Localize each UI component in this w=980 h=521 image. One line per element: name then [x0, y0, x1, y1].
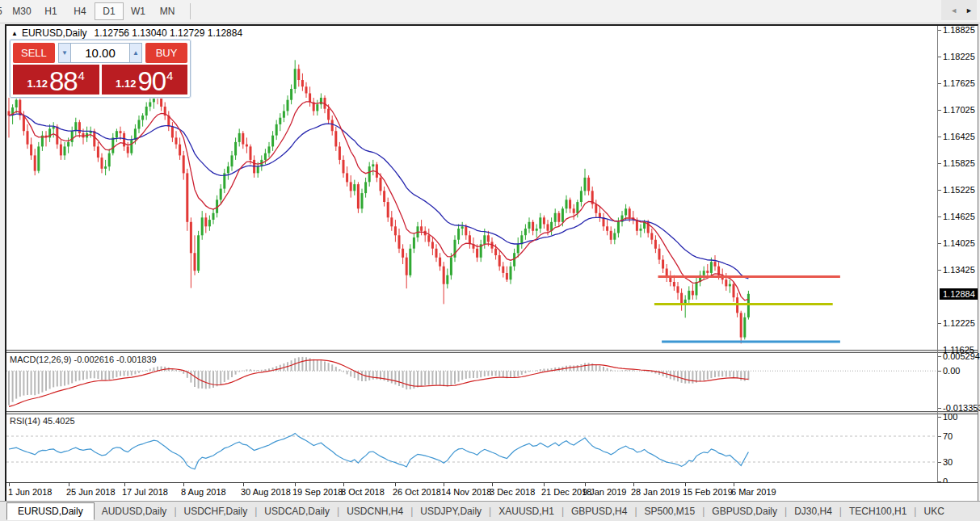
- candle-body: [339, 146, 341, 160]
- candle-body: [613, 233, 616, 240]
- candle-body: [510, 267, 512, 280]
- candle-body: [532, 222, 534, 231]
- date-axis-tick: [734, 483, 734, 486]
- candle-body: [138, 120, 141, 129]
- candle-body: [606, 226, 608, 231]
- date-axis-label: 14 Nov 2018: [441, 487, 491, 497]
- sell-price-display[interactable]: 1.12 88 4: [13, 65, 99, 95]
- sell-price-big-digits: 88: [49, 69, 78, 93]
- date-axis-tick: [343, 483, 344, 486]
- buy-button[interactable]: BUY: [145, 43, 187, 63]
- candle-body: [573, 208, 575, 213]
- candle-body: [443, 267, 445, 284]
- chart-tab-sp500-m15[interactable]: SP500,M15: [637, 503, 703, 519]
- candle-body: [692, 291, 694, 296]
- timeframe-button-W1[interactable]: W1: [124, 2, 153, 20]
- price-axis-tick: [938, 350, 941, 351]
- chart-tab-audusd-daily[interactable]: AUDUSD,Daily: [95, 503, 175, 519]
- rsi-axis-label: 100: [943, 412, 957, 422]
- candle-body: [457, 229, 460, 240]
- candle-body: [710, 262, 713, 273]
- date-axis-label: 28 Jan 2019: [631, 487, 680, 497]
- volume-increase-button[interactable]: ▲: [129, 43, 142, 63]
- candle-body: [204, 217, 207, 226]
- candle-body: [275, 124, 278, 136]
- date-axis-tick: [69, 483, 69, 486]
- candle-body: [242, 133, 244, 145]
- date-axis-label: 9 Jan 2019: [583, 487, 626, 497]
- tab-scroll-left-icon[interactable]: ◄: [946, 6, 961, 15]
- candle-body: [650, 233, 653, 240]
- current-price-badge: 1.12884: [940, 288, 978, 300]
- timeframe-button-H4[interactable]: H4: [65, 2, 95, 20]
- candle-body: [380, 178, 382, 191]
- volume-input[interactable]: [71, 43, 129, 63]
- candle-body: [439, 258, 441, 267]
- macd-axis-tick: [938, 356, 941, 357]
- timeframe-button-D1[interactable]: D1: [95, 2, 124, 20]
- candle-body: [640, 229, 642, 231]
- chart-tab-usdjpy-daily[interactable]: USDJPY,Daily: [413, 503, 489, 519]
- date-axis-tick: [243, 483, 244, 486]
- volume-decrease-button[interactable]: ▼: [58, 43, 71, 63]
- candle-body: [283, 111, 285, 118]
- date-axis-tick: [395, 483, 396, 486]
- candle-body: [587, 178, 590, 191]
- candle-body: [584, 178, 587, 191]
- buy-price-prefix: 1.12: [116, 78, 136, 90]
- chart-tab-gbpusd-h4[interactable]: GBPUSD,H4: [564, 503, 634, 519]
- timeframe-button-H1[interactable]: H1: [36, 2, 65, 20]
- timeframe-button-MN[interactable]: MN: [153, 2, 182, 20]
- date-axis[interactable]: 1 Jun 201825 Jun 201817 Jul 20188 Aug 20…: [6, 482, 978, 499]
- buy-price-display[interactable]: 1.12 90 4: [102, 65, 188, 95]
- macd-label: MACD(12,26,9) -0.002616 -0.001839: [10, 355, 157, 364]
- macd-indicator-pane[interactable]: MACD(12,26,9) -0.002616 -0.001839: [6, 353, 978, 411]
- candle-body: [145, 107, 148, 116]
- sell-button[interactable]: SELL: [13, 43, 55, 63]
- collapse-icon[interactable]: ▲: [11, 30, 18, 37]
- chart-tab-usdcad-daily[interactable]: USDCAD,Daily: [257, 503, 337, 519]
- date-axis-label: 30 Aug 2018: [241, 487, 291, 497]
- candle-body: [629, 208, 631, 217]
- chart-tab-xauusd-h1[interactable]: XAUUSD,H1: [491, 503, 562, 519]
- candle-body: [301, 80, 304, 86]
- chart-tab-usdcnh-h4[interactable]: USDCNH,H4: [339, 503, 410, 519]
- candle-body: [390, 217, 393, 226]
- candle-body: [71, 131, 74, 142]
- chart-tab-dj30-h4[interactable]: DJ30,H4: [787, 503, 839, 519]
- chart-tab-ukc[interactable]: UKC: [916, 503, 951, 519]
- chart-tab-tech100-h1[interactable]: TECH100,H1: [842, 503, 914, 519]
- price-axis[interactable]: 1.188251.182251.176251.170251.164251.158…: [938, 26, 978, 482]
- date-axis-tick: [183, 483, 184, 486]
- candle-body: [350, 182, 352, 191]
- rsi-axis-tick: [938, 417, 941, 418]
- candle-body: [101, 158, 103, 169]
- timeframe-button-M30[interactable]: M30: [7, 2, 36, 20]
- candle-body: [27, 131, 29, 145]
- candle-body: [116, 131, 118, 137]
- date-axis-label: 17 Jul 2018: [122, 487, 168, 497]
- rsi-line: [9, 433, 748, 468]
- candle-body: [257, 166, 259, 173]
- chart-tab-usdchf-daily[interactable]: USDCHF,Daily: [177, 503, 255, 519]
- timeframe-button-M15[interactable]: M15: [0, 2, 7, 20]
- candle-body: [539, 217, 541, 229]
- candle-body: [246, 145, 248, 147]
- candle-body: [208, 220, 211, 226]
- candle-body: [171, 127, 174, 138]
- candle-body: [402, 249, 404, 258]
- main-chart-pane[interactable]: ▲ EURUSD,Daily 1.12756 1.13040 1.12729 1…: [6, 26, 978, 350]
- rsi-indicator-pane[interactable]: RSI(14) 45.4025: [6, 414, 978, 482]
- candle-body: [175, 137, 178, 144]
- chart-tab-gbpusd-daily[interactable]: GBPUSD,Daily: [705, 503, 784, 519]
- rsi-axis-tick: [938, 462, 941, 463]
- candle-body: [364, 182, 367, 193]
- candles-layer: [8, 60, 750, 343]
- chart-tab-eurusd-daily[interactable]: EURUSD,Daily: [6, 502, 95, 520]
- candle-body: [580, 191, 583, 202]
- date-axis-label: 8 Aug 2018: [181, 487, 226, 497]
- tab-scroll-right-icon[interactable]: ►: [961, 6, 977, 15]
- rsi-canvas[interactable]: [6, 414, 937, 482]
- candle-body: [413, 237, 415, 249]
- rsi-axis-label: 70: [943, 431, 953, 441]
